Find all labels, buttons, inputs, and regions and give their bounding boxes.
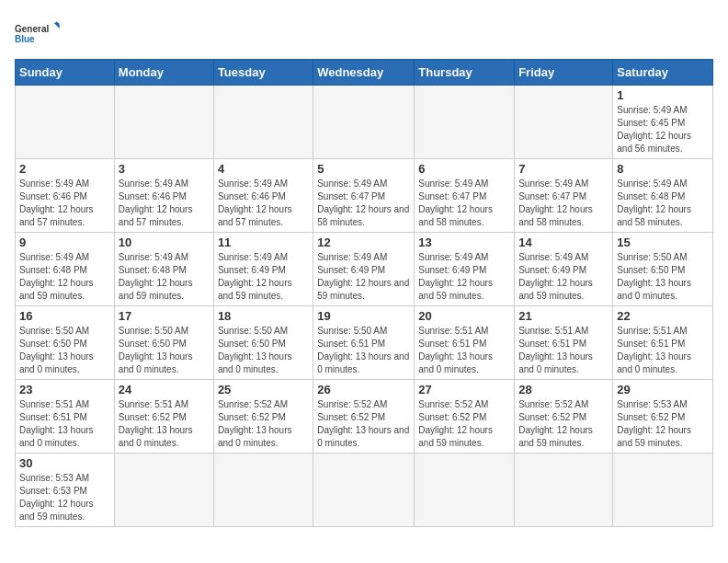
day-number: 11: [218, 236, 309, 249]
day-info: Sunrise: 5:49 AMSunset: 6:48 PMDaylight:…: [119, 252, 193, 301]
calendar-cell: 27Sunrise: 5:52 AMSunset: 6:52 PMDayligh…: [415, 380, 515, 454]
svg-marker-3: [55, 24, 60, 29]
day-info: Sunrise: 5:50 AMSunset: 6:50 PMDaylight:…: [119, 326, 193, 374]
day-number: 17: [119, 309, 210, 323]
day-number: 10: [119, 236, 210, 249]
calendar-cell: 4Sunrise: 5:49 AMSunset: 6:46 PMDaylight…: [213, 159, 313, 233]
day-info: Sunrise: 5:49 AMSunset: 6:48 PMDaylight:…: [617, 178, 691, 227]
day-info: Sunrise: 5:50 AMSunset: 6:50 PMDaylight:…: [19, 326, 94, 374]
day-number: 22: [617, 309, 709, 323]
day-info: Sunrise: 5:49 AMSunset: 6:49 PMDaylight:…: [418, 252, 493, 301]
day-info: Sunrise: 5:53 AMSunset: 6:52 PMDaylight:…: [617, 399, 691, 448]
day-number: 2: [19, 162, 110, 176]
calendar-cell: 10Sunrise: 5:49 AMSunset: 6:48 PMDayligh…: [114, 233, 213, 306]
calendar-week-3: 16Sunrise: 5:50 AMSunset: 6:50 PMDayligh…: [16, 306, 713, 380]
calendar-cell: 12Sunrise: 5:49 AMSunset: 6:49 PMDayligh…: [313, 233, 415, 306]
day-number: 1: [617, 88, 709, 102]
calendar-cell: [415, 454, 515, 527]
day-info: Sunrise: 5:52 AMSunset: 6:52 PMDaylight:…: [218, 399, 292, 448]
calendar-cell: 11Sunrise: 5:49 AMSunset: 6:49 PMDayligh…: [213, 233, 313, 306]
day-info: Sunrise: 5:52 AMSunset: 6:52 PMDaylight:…: [518, 399, 593, 448]
day-info: Sunrise: 5:51 AMSunset: 6:52 PMDaylight:…: [119, 399, 193, 448]
day-number: 16: [19, 309, 110, 323]
header-wednesday: Wednesday: [313, 60, 415, 86]
calendar-cell: 30Sunrise: 5:53 AMSunset: 6:53 PMDayligh…: [16, 454, 115, 527]
calendar-cell: 29Sunrise: 5:53 AMSunset: 6:52 PMDayligh…: [613, 380, 713, 454]
day-info: Sunrise: 5:49 AMSunset: 6:46 PMDaylight:…: [19, 178, 94, 227]
calendar-cell: 25Sunrise: 5:52 AMSunset: 6:52 PMDayligh…: [213, 380, 313, 454]
svg-text:General: General: [15, 24, 49, 34]
day-number: 8: [617, 162, 709, 176]
day-info: Sunrise: 5:49 AMSunset: 6:47 PMDaylight:…: [418, 178, 493, 227]
page-header: General Blue: [15, 15, 713, 52]
day-info: Sunrise: 5:53 AMSunset: 6:53 PMDaylight:…: [19, 473, 94, 522]
day-number: 23: [19, 383, 110, 396]
calendar-cell: [213, 86, 313, 159]
calendar-cell: 18Sunrise: 5:50 AMSunset: 6:50 PMDayligh…: [213, 306, 313, 380]
day-number: 24: [119, 383, 210, 396]
calendar-cell: 16Sunrise: 5:50 AMSunset: 6:50 PMDayligh…: [16, 306, 115, 380]
day-number: 21: [518, 309, 609, 323]
calendar-cell: 28Sunrise: 5:52 AMSunset: 6:52 PMDayligh…: [515, 380, 613, 454]
day-number: 7: [518, 162, 609, 176]
day-number: 26: [317, 383, 410, 396]
day-info: Sunrise: 5:50 AMSunset: 6:50 PMDaylight:…: [617, 252, 691, 301]
logo-svg: General Blue: [15, 15, 61, 52]
day-number: 18: [218, 309, 309, 323]
day-number: 4: [218, 162, 309, 176]
header-tuesday: Tuesday: [213, 60, 313, 86]
calendar-week-4: 23Sunrise: 5:51 AMSunset: 6:51 PMDayligh…: [16, 380, 713, 454]
header-monday: Monday: [114, 60, 213, 86]
calendar-cell: [515, 86, 613, 159]
calendar-cell: 15Sunrise: 5:50 AMSunset: 6:50 PMDayligh…: [613, 233, 713, 306]
calendar-cell: 3Sunrise: 5:49 AMSunset: 6:46 PMDaylight…: [114, 159, 213, 233]
calendar-cell: 20Sunrise: 5:51 AMSunset: 6:51 PMDayligh…: [415, 306, 515, 380]
calendar-cell: [415, 86, 515, 159]
calendar-cell: 19Sunrise: 5:50 AMSunset: 6:51 PMDayligh…: [313, 306, 415, 380]
day-number: 6: [418, 162, 510, 176]
day-info: Sunrise: 5:49 AMSunset: 6:49 PMDaylight:…: [218, 252, 292, 301]
header-friday: Friday: [515, 60, 613, 86]
day-number: 15: [617, 236, 709, 249]
day-number: 12: [317, 236, 410, 249]
day-info: Sunrise: 5:52 AMSunset: 6:52 PMDaylight:…: [418, 399, 493, 448]
calendar-cell: 8Sunrise: 5:49 AMSunset: 6:48 PMDaylight…: [613, 159, 713, 233]
day-number: 29: [617, 383, 709, 396]
day-info: Sunrise: 5:49 AMSunset: 6:45 PMDaylight:…: [617, 105, 691, 154]
logo: General Blue: [15, 15, 61, 52]
day-info: Sunrise: 5:49 AMSunset: 6:49 PMDaylight:…: [518, 252, 593, 301]
day-info: Sunrise: 5:49 AMSunset: 6:49 PMDaylight:…: [317, 252, 409, 301]
calendar-cell: [213, 454, 313, 527]
calendar-cell: [114, 86, 213, 159]
day-info: Sunrise: 5:51 AMSunset: 6:51 PMDaylight:…: [518, 326, 593, 374]
day-info: Sunrise: 5:49 AMSunset: 6:46 PMDaylight:…: [119, 178, 193, 227]
calendar-cell: 17Sunrise: 5:50 AMSunset: 6:50 PMDayligh…: [114, 306, 213, 380]
day-number: 28: [518, 383, 609, 396]
day-number: 5: [317, 162, 410, 176]
svg-text:Blue: Blue: [15, 34, 35, 44]
day-number: 14: [518, 236, 609, 249]
calendar-cell: 6Sunrise: 5:49 AMSunset: 6:47 PMDaylight…: [415, 159, 515, 233]
calendar-cell: 7Sunrise: 5:49 AMSunset: 6:47 PMDaylight…: [515, 159, 613, 233]
day-info: Sunrise: 5:49 AMSunset: 6:47 PMDaylight:…: [317, 178, 409, 227]
calendar-cell: [613, 454, 713, 527]
calendar-cell: 23Sunrise: 5:51 AMSunset: 6:51 PMDayligh…: [16, 380, 115, 454]
day-info: Sunrise: 5:51 AMSunset: 6:51 PMDaylight:…: [19, 399, 94, 448]
calendar-cell: [313, 86, 415, 159]
calendar-cell: 5Sunrise: 5:49 AMSunset: 6:47 PMDaylight…: [313, 159, 415, 233]
day-info: Sunrise: 5:51 AMSunset: 6:51 PMDaylight:…: [418, 326, 493, 374]
calendar-week-1: 2Sunrise: 5:49 AMSunset: 6:46 PMDaylight…: [16, 159, 713, 233]
calendar-week-5: 30Sunrise: 5:53 AMSunset: 6:53 PMDayligh…: [16, 454, 713, 527]
header-sunday: Sunday: [16, 60, 115, 86]
day-number: 13: [418, 236, 510, 249]
day-number: 19: [317, 309, 410, 323]
calendar-cell: 14Sunrise: 5:49 AMSunset: 6:49 PMDayligh…: [515, 233, 613, 306]
day-info: Sunrise: 5:49 AMSunset: 6:46 PMDaylight:…: [218, 178, 292, 227]
calendar-cell: 9Sunrise: 5:49 AMSunset: 6:48 PMDaylight…: [16, 233, 115, 306]
day-number: 20: [418, 309, 510, 323]
calendar-table: Sunday Monday Tuesday Wednesday Thursday…: [15, 59, 713, 527]
day-number: 27: [418, 383, 510, 396]
calendar-cell: 26Sunrise: 5:52 AMSunset: 6:52 PMDayligh…: [313, 380, 415, 454]
day-info: Sunrise: 5:51 AMSunset: 6:51 PMDaylight:…: [617, 326, 691, 374]
calendar-cell: 24Sunrise: 5:51 AMSunset: 6:52 PMDayligh…: [114, 380, 213, 454]
